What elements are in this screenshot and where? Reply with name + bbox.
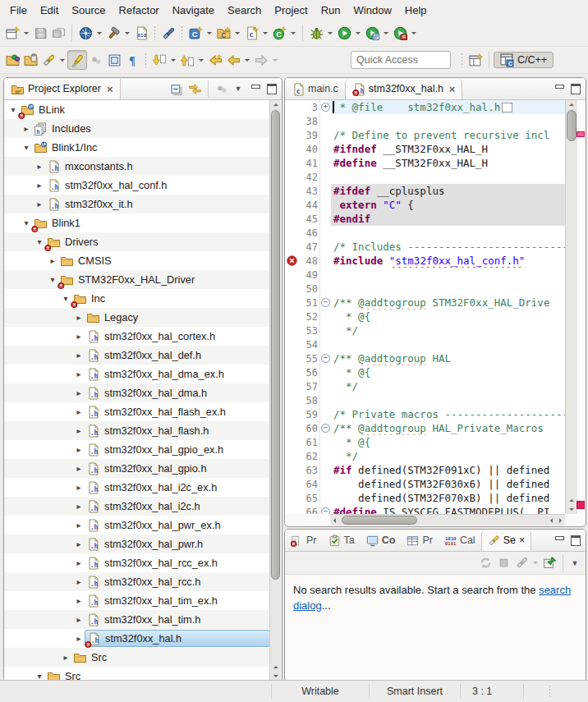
expand-arrow-icon[interactable]: ▸ (73, 388, 85, 397)
expand-arrow-icon[interactable]: ▸ (73, 577, 85, 586)
collapse-all-button[interactable] (168, 80, 186, 98)
expand-arrow-icon[interactable]: ▸ (73, 464, 85, 473)
expand-arrow-icon[interactable]: ▸ (60, 653, 71, 662)
code-line[interactable]: 3+ * @file stm32f0xx_hal.h (285, 100, 565, 114)
tree-item[interactable]: ▸.hstm32f0xx_hal_pwr_ex.h (4, 516, 270, 535)
code-line[interactable]: 53 */ (285, 323, 565, 337)
code-text[interactable]: #ifndef __STM32F0xx_HAL_H (331, 142, 565, 156)
search-dropdown[interactable] (57, 51, 67, 69)
collapse-arrow-icon[interactable]: ▾ (21, 218, 32, 227)
code-text[interactable]: #include "stm32f0xx_hal_conf.h" (331, 254, 565, 268)
run-search-again-button[interactable] (476, 554, 494, 572)
expand-arrow-icon[interactable]: ▸ (73, 539, 85, 548)
expand-arrow-icon[interactable]: ▸ (34, 162, 45, 171)
open-type-button[interactable] (3, 51, 21, 69)
search-view-menu-button[interactable]: ▼ (567, 559, 582, 567)
code-text[interactable]: /** @addtogroup HAL (331, 351, 565, 365)
code-line[interactable]: 58 (285, 393, 565, 407)
tree-item[interactable]: ▸.hstm32f0xx_hal_tim.h (4, 610, 270, 629)
code-text[interactable]: extern "C" { (331, 198, 565, 212)
tree-item[interactable]: ▸.hstm32f0xx_hal_cortex.h (4, 327, 270, 346)
tree-item[interactable]: ▸.hstm32f0xx_it.h (4, 195, 270, 213)
fold-collapse-icon[interactable]: − (319, 505, 331, 514)
tree-item[interactable]: ▸.hstm32f0xx_hal_conf.h (4, 176, 270, 195)
code-line[interactable]: 55−/** @addtogroup HAL (285, 351, 565, 365)
new-class-button[interactable]: C (270, 24, 288, 42)
code-line[interactable]: 41#define __STM32F0xx_HAL_H (285, 156, 565, 170)
editor-vertical-scrollbar[interactable] (565, 100, 577, 514)
tree-item[interactable]: ▾CBLink (4, 100, 270, 119)
menu-project[interactable]: Project (268, 2, 314, 19)
expand-arrow-icon[interactable]: ▸ (34, 181, 45, 190)
last-edit-location-button[interactable] (206, 51, 224, 69)
new-class-dropdown[interactable] (288, 24, 298, 42)
code-text[interactable]: #define __STM32F0xx_HAL_H (331, 156, 565, 170)
expand-arrow-icon[interactable]: ▸ (73, 351, 85, 360)
editor-horizontal-scrollbar[interactable] (330, 514, 565, 525)
expand-arrow-icon[interactable]: ▸ (73, 634, 85, 643)
code-line[interactable]: 39/* Define to prevent recursive incl (285, 128, 565, 142)
explorer-scrollbar[interactable] (269, 100, 281, 681)
expand-arrow-icon[interactable]: ▸ (73, 407, 85, 416)
code-line[interactable]: 62 */ (285, 449, 565, 463)
code-text[interactable]: /** @addtogroup STM32F0xx_HAL_Drive (331, 296, 565, 310)
code-text[interactable]: /* Includes ----------------------------… (331, 240, 565, 254)
tree-item[interactable]: ▸CMSIS (4, 251, 270, 270)
properties-view-tab[interactable]: Pr (401, 530, 439, 551)
tree-item[interactable]: ▸.hstm32f0xx_hal_tim_ex.h (4, 591, 270, 610)
tree-item[interactable]: ▸.hstm32f0xx_hal_gpio.h (4, 459, 270, 478)
forward-button[interactable] (252, 51, 270, 69)
run-button[interactable] (335, 24, 353, 42)
cpp-perspective-button[interactable]: C C/C++ (494, 52, 554, 68)
new-wizard-button[interactable] (3, 24, 21, 42)
code-line[interactable]: 66−#define IS_SYSCFG_FASTMODEPLUS( PI (285, 505, 565, 514)
expand-arrow-icon[interactable]: ▸ (73, 558, 85, 567)
code-line[interactable]: 46 (285, 226, 565, 240)
collapse-arrow-icon[interactable]: ▾ (60, 294, 71, 303)
code-line[interactable]: 49 (285, 268, 565, 282)
tree-item[interactable]: ▸.hstm32f0xx_hal_i2c_ex.h (4, 478, 270, 497)
previous-searches-dropdown[interactable] (531, 554, 540, 572)
maximize-bottom-button[interactable] (569, 535, 582, 546)
code-editor[interactable]: 3+ * @file stm32f0xx_hal.h3839/* Define … (285, 100, 565, 514)
code-line[interactable]: 56 * @{ (285, 365, 565, 379)
tree-item[interactable]: ▸.hstm32f0xx_hal_pwr.h (4, 535, 270, 553)
code-text[interactable]: * @{ (331, 365, 565, 379)
close-search-view-icon[interactable]: × (519, 535, 525, 546)
problems-view-tab[interactable]: Pr (285, 530, 323, 551)
fold-collapse-icon[interactable]: − (319, 351, 331, 365)
project-explorer-tab[interactable]: Project Explorer × (4, 79, 121, 99)
code-text[interactable] (331, 337, 565, 351)
code-text[interactable]: /** @addtogroup HAL_Private_Macros (331, 421, 565, 435)
code-text[interactable] (331, 268, 565, 282)
code-text[interactable]: /* Define to prevent recursive incl (331, 128, 565, 142)
fold-expand-icon[interactable]: + (319, 100, 331, 114)
menu-run[interactable]: Run (315, 2, 347, 19)
expand-arrow-icon[interactable]: ▸ (73, 596, 85, 605)
debug-button[interactable] (307, 24, 325, 42)
previous-searches-button[interactable] (512, 554, 531, 572)
tree-item[interactable]: ▸.hstm32f0xx_hal.h (4, 629, 270, 648)
code-line[interactable]: 47/* Includes --------------------------… (285, 240, 565, 254)
collapse-arrow-icon[interactable]: ▾ (7, 105, 19, 114)
next-annotation-dropdown[interactable] (168, 51, 178, 69)
tree-item[interactable]: ▸.hstm32f0xx_hal_rcc.h (4, 572, 270, 591)
new-wizard-dropdown[interactable] (21, 24, 31, 42)
code-text[interactable] (331, 114, 565, 128)
search-view-tab[interactable]: Se× (481, 530, 532, 551)
tree-item[interactable]: ▸Src (4, 648, 270, 667)
call-view-tab[interactable]: 10100101Cal (439, 530, 481, 551)
maximize-view-button[interactable] (265, 83, 278, 94)
tree-item[interactable]: ▸.hstm32f0xx_hal_flash_ex.h (4, 402, 270, 421)
code-text[interactable] (331, 170, 565, 184)
code-line[interactable]: 57 */ (285, 379, 565, 393)
save-all-button[interactable] (49, 24, 67, 42)
build-button[interactable] (104, 24, 122, 42)
coverage-button[interactable] (391, 24, 409, 42)
pin-search-view-button[interactable] (540, 554, 558, 572)
expand-arrow-icon[interactable]: ▸ (73, 426, 85, 435)
mark-occurrences-toggle[interactable] (67, 50, 87, 70)
code-line[interactable]: 50 (285, 282, 565, 296)
overview-marker-error[interactable] (577, 501, 585, 509)
menu-source[interactable]: Source (65, 2, 112, 19)
